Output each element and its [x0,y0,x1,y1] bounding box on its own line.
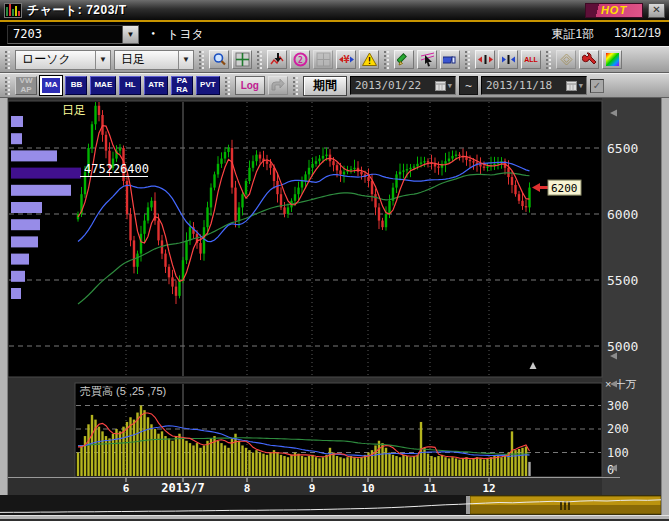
close-button[interactable]: ✕ [648,3,665,18]
grid-button[interactable] [232,50,252,69]
cursor-lines-icon [420,52,435,67]
chart-arrow-icon [270,52,285,67]
circle-2-icon: 2 [293,52,308,67]
svg-text:¥: ¥ [343,54,349,65]
symbol-row: 7203 ▼ ・ トヨタ 東証1部 13/12/19 [0,22,669,46]
compare-button[interactable]: 2 [290,50,310,69]
layout-button[interactable] [313,50,333,69]
chevron-down-icon: ▼ [448,82,452,90]
zoom-button[interactable] [209,50,229,69]
indicator-vwap-button[interactable]: VW AP [15,76,37,95]
price-tick-label: 5500 [607,273,638,288]
palette-icon [605,52,620,67]
date-to-field[interactable]: 2013/11/18 ▼ [481,76,587,95]
toolbar-grip[interactable] [465,51,470,69]
toolbar-grip[interactable] [5,77,10,95]
shrink-bars-button[interactable] [498,50,518,69]
x-tick-label: 11 [423,482,437,495]
toolbar-grip[interactable] [257,51,262,69]
alert-button[interactable]: ! [359,50,379,69]
indicator-bb-button[interactable]: BB [65,76,87,95]
indicator-mae-button[interactable]: MAE [90,76,116,95]
shrink-candle-icon [501,52,516,67]
currency-button[interactable]: ¥ [336,50,356,69]
all-label: ALL [524,56,538,63]
navigator-left-grip[interactable] [466,496,470,514]
annotation-value: 475226400 [84,162,149,176]
toolbar-grip[interactable] [199,51,204,69]
indicator-para-button[interactable]: PA RA [171,76,193,95]
chevron-down-icon: ▼ [579,82,583,90]
draw-button[interactable] [394,50,414,69]
settings-button[interactable] [579,50,599,69]
eraser-button[interactable] [440,50,460,69]
date-from-field[interactable]: 2013/01/22 ▼ [350,76,456,95]
market-label: 東証1部 [552,26,595,43]
expand-candle-icon [478,52,493,67]
quote-date: 13/12/19 [614,26,661,43]
checkmark-icon: ✓ [593,80,601,91]
toolbar-grip[interactable] [546,51,551,69]
chart-download-button[interactable] [267,50,287,69]
timeframe-value: 日足 [115,51,178,68]
date-from-value: 2013/01/22 [351,79,435,92]
price-tick-label: 6500 [607,141,638,156]
date-range-separator: ~ [459,76,478,95]
redo-button[interactable] [268,76,288,95]
yen-icon: ¥ [339,52,354,67]
calendar-icon [435,80,446,91]
x-tick-label: 8 [244,482,251,495]
pencil-icon [397,52,412,67]
symbol-code: 7203 [8,27,122,41]
expand-bars-button[interactable] [475,50,495,69]
chevron-down-icon: ▼ [95,51,110,69]
toolbar-grip[interactable] [293,77,298,95]
last-price-label: 6200 [551,182,578,195]
chart-canvas[interactable]: 650060005500500062013/789101112300200100… [0,98,669,519]
price-tick-label: 5000 [607,339,638,354]
chevron-down-icon[interactable]: ▼ [122,26,138,43]
mesh-button[interactable] [556,50,576,69]
chart-type-select[interactable]: ローソク ▼ [15,50,111,70]
indicator-ma-button[interactable]: MA [40,76,62,95]
toolbar-grip[interactable] [5,51,10,69]
svg-text:2: 2 [298,56,303,65]
timeframe-select[interactable]: 日足 ▼ [114,50,194,70]
indicator-hl-button[interactable]: HL [119,76,141,95]
panel-title: 日足 [62,103,86,117]
period-checkbox[interactable]: ✓ [590,79,604,93]
period-button[interactable]: 期間 [303,76,347,96]
wrench-icon [582,52,597,67]
symbol-input[interactable]: 7203 ▼ [7,25,139,44]
x-tick-label: 6 [123,482,130,495]
chart-window: チャート: 7203/T HOT ✕ 7203 ▼ ・ トヨタ 東証1部 13/… [0,0,669,521]
toolbar-grip[interactable] [225,77,230,95]
toolbar-main: ローソク ▼ 日足 ▼ 2 ¥ ! ALL [0,46,669,73]
trendline-button[interactable] [417,50,437,69]
app-icon [4,3,22,18]
toolbar-grip[interactable] [384,51,389,69]
chart-type-value: ローソク [16,51,95,68]
volume-tick-label: 300 [607,399,629,413]
window-title: チャート: 7203/T [27,2,127,19]
indicator-pvt-button[interactable]: PVT [196,76,220,95]
volume-unit-label: × 十万 [605,378,636,390]
volume-tick-label: 100 [607,446,629,460]
log-scale-button[interactable]: Log [235,76,265,95]
palette-button[interactable] [602,50,622,69]
search-icon [212,52,227,67]
close-icon: ✕ [652,5,660,15]
show-all-button[interactable]: ALL [521,50,541,69]
date-to-value: 2013/11/18 [482,79,566,92]
price-tick-label: 6000 [607,207,638,222]
symbol-name: トヨタ [167,26,204,43]
volume-panel-title: 売買高 (5 ,25 ,75) [80,385,166,397]
warning-icon: ! [362,52,377,67]
title-bar[interactable]: チャート: 7203/T HOT ✕ [0,0,669,22]
calendar-icon [566,80,577,91]
indicator-atr-button[interactable]: ATR [144,76,168,95]
layout-grid-icon [316,52,331,67]
hot-badge[interactable]: HOT [585,3,643,18]
x-tick-label: 2013/7 [161,481,204,495]
x-tick-label: 9 [309,482,316,495]
